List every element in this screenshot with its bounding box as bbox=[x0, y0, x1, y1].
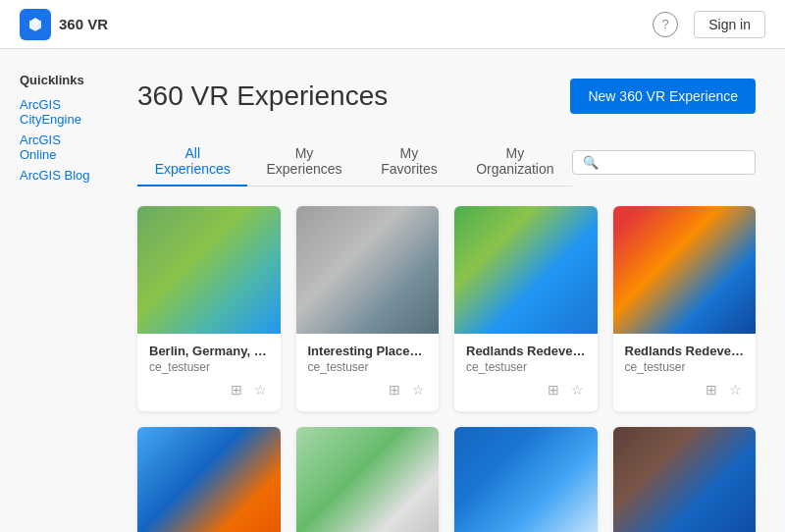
card-thumbnail bbox=[454, 427, 598, 532]
tab-my-favorites[interactable]: My Favorites bbox=[361, 137, 458, 186]
logo-icon bbox=[20, 9, 51, 40]
card-2[interactable]: Redlands Redevelopment ... ce_testuser ⊞… bbox=[454, 206, 598, 411]
card-favorite-button[interactable]: ☆ bbox=[252, 380, 269, 399]
tabs-row: All Experiences My Experiences My Favori… bbox=[137, 137, 756, 186]
card-body: Interesting Places_360VR js ce_testuser … bbox=[296, 334, 440, 411]
card-6[interactable]: 360VR Example Skybridge... ce_testuser ⊞… bbox=[454, 427, 598, 532]
layout: Quicklinks ArcGIS CityEngine ArcGIS Onli… bbox=[0, 49, 785, 532]
tab-my-organization[interactable]: My Organization bbox=[457, 137, 572, 186]
card-5[interactable]: Winterthur_Lokstadt_v1 c... ce_testuser … bbox=[296, 427, 440, 532]
app-header: 360 VR ? Sign in bbox=[0, 0, 785, 49]
help-button[interactable]: ? bbox=[653, 12, 678, 37]
page-header: 360 VR Experiences New 360 VR Experience bbox=[137, 79, 756, 114]
search-input[interactable] bbox=[602, 155, 745, 170]
card-favorite-button[interactable]: ☆ bbox=[410, 380, 427, 399]
tab-all-experiences[interactable]: All Experiences bbox=[137, 137, 247, 186]
card-preview-button[interactable]: ⊞ bbox=[387, 380, 402, 399]
sidebar-section-title: Quicklinks bbox=[20, 73, 98, 87]
signin-button[interactable]: Sign in bbox=[694, 11, 765, 38]
logo-area: 360 VR bbox=[20, 9, 108, 40]
card-thumbnail bbox=[454, 206, 598, 334]
card-thumbnail bbox=[613, 206, 757, 334]
page-title: 360 VR Experiences bbox=[137, 80, 388, 112]
card-user: ce_testuser bbox=[466, 360, 586, 374]
card-favorite-button[interactable]: ☆ bbox=[569, 380, 586, 399]
tab-my-experiences[interactable]: My Experiences bbox=[247, 137, 360, 186]
card-thumbnail bbox=[613, 427, 757, 532]
card-title: Berlin, Germany, 360 VR E... bbox=[149, 344, 269, 358]
card-thumbnail bbox=[137, 427, 281, 532]
card-thumbnail bbox=[296, 206, 440, 334]
sidebar-link-blog[interactable]: ArcGIS Blog bbox=[20, 168, 98, 183]
card-body: Redlands Redevelopment ce_testuser ⊞ ☆ bbox=[613, 334, 757, 411]
card-preview-button[interactable]: ⊞ bbox=[704, 380, 719, 399]
header-right: ? Sign in bbox=[653, 11, 765, 38]
card-actions: ⊞ ☆ bbox=[625, 380, 745, 405]
card-body: Redlands Redevelopment ... ce_testuser ⊞… bbox=[454, 334, 598, 411]
card-0[interactable]: Berlin, Germany, 360 VR E... ce_testuser… bbox=[137, 206, 281, 411]
main-content: 360 VR Experiences New 360 VR Experience… bbox=[118, 49, 785, 532]
tabs-group: All Experiences My Experiences My Favori… bbox=[137, 137, 572, 186]
card-actions: ⊞ ☆ bbox=[466, 380, 586, 405]
sidebar: Quicklinks ArcGIS CityEngine ArcGIS Onli… bbox=[0, 49, 118, 532]
card-user: ce_testuser bbox=[625, 360, 745, 374]
card-actions: ⊞ ☆ bbox=[308, 380, 428, 405]
card-3[interactable]: Redlands Redevelopment ce_testuser ⊞ ☆ bbox=[613, 206, 757, 411]
card-title: Redlands Redevelopment ... bbox=[466, 344, 586, 358]
card-title: Interesting Places_360VR js bbox=[308, 344, 428, 358]
card-user: ce_testuser bbox=[149, 360, 269, 374]
new-experience-button[interactable]: New 360 VR Experience bbox=[570, 79, 756, 114]
card-preview-button[interactable]: ⊞ bbox=[546, 380, 561, 399]
sidebar-link-cityengine[interactable]: ArcGIS CityEngine bbox=[20, 97, 98, 127]
card-title: Redlands Redevelopment bbox=[625, 344, 745, 358]
card-user: ce_testuser bbox=[308, 360, 428, 374]
card-preview-button[interactable]: ⊞ bbox=[229, 380, 244, 399]
card-4[interactable]: Gebietsentwicklung_Man... ce_testuser ⊞ … bbox=[137, 427, 281, 532]
card-actions: ⊞ ☆ bbox=[149, 380, 269, 405]
card-7[interactable]: Medieval_City_VR ce_testuser ⊞ ☆ bbox=[613, 427, 757, 532]
search-box: 🔍 bbox=[572, 150, 756, 175]
card-body: Berlin, Germany, 360 VR E... ce_testuser… bbox=[137, 334, 281, 411]
card-1[interactable]: Interesting Places_360VR js ce_testuser … bbox=[296, 206, 440, 411]
card-favorite-button[interactable]: ☆ bbox=[727, 380, 744, 399]
card-thumbnail bbox=[137, 206, 281, 334]
app-title: 360 VR bbox=[59, 16, 108, 32]
card-grid: Berlin, Germany, 360 VR E... ce_testuser… bbox=[137, 206, 756, 532]
sidebar-link-online[interactable]: ArcGIS Online bbox=[20, 133, 98, 162]
search-icon: 🔍 bbox=[583, 155, 599, 170]
card-thumbnail bbox=[296, 427, 440, 532]
